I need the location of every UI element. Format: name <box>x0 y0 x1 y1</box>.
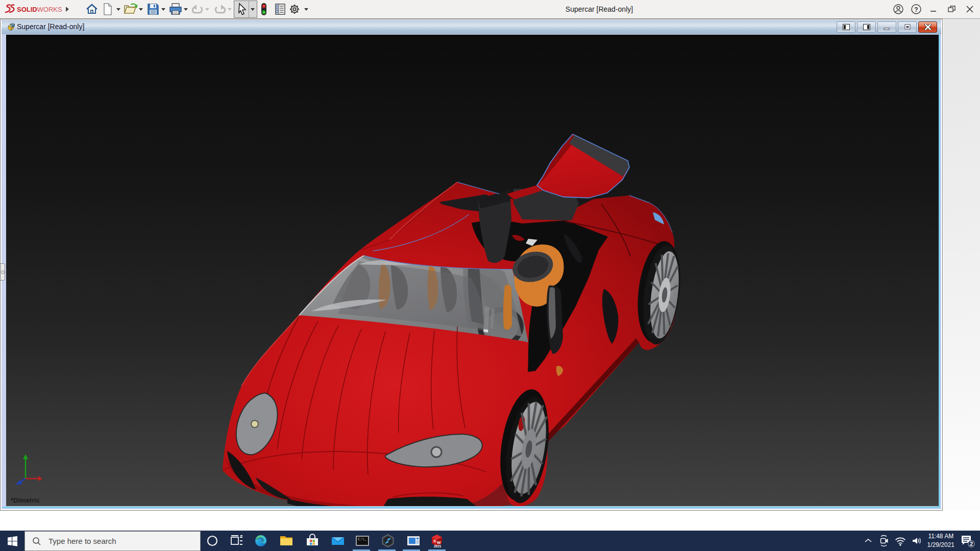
svg-text:SOLID: SOLID <box>17 6 37 13</box>
svg-text:S: S <box>433 539 436 543</box>
svg-text:2: 2 <box>970 541 973 547</box>
svg-text:2021: 2021 <box>434 544 442 548</box>
svg-text:?: ? <box>914 6 918 13</box>
svg-text:C:\_: C:\_ <box>358 537 367 541</box>
svg-text:WORKS: WORKS <box>37 6 62 13</box>
